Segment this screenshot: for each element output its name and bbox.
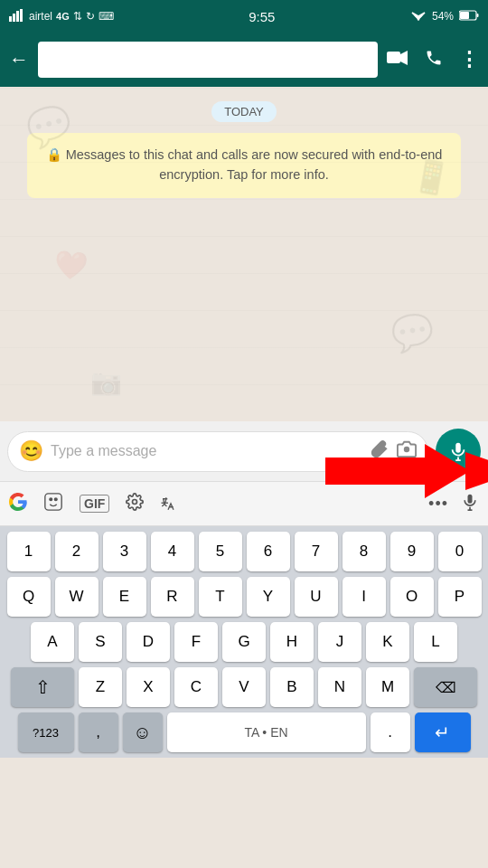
key-1[interactable]: 1: [7, 532, 51, 571]
key-u[interactable]: U: [295, 577, 338, 617]
signal-icon: [9, 9, 25, 24]
key-s[interactable]: S: [79, 622, 122, 662]
qwerty-row: Q W E R T Y U I O P: [4, 577, 484, 617]
key-b[interactable]: B: [270, 667, 314, 707]
mic-button[interactable]: [436, 429, 481, 474]
key-g[interactable]: G: [222, 622, 266, 662]
key-x[interactable]: X: [127, 667, 170, 707]
key-3[interactable]: 3: [103, 532, 146, 571]
key-n[interactable]: N: [318, 667, 361, 707]
number-row: 1 2 3 4 5 6 7 8 9 0: [4, 532, 484, 571]
4g-label: 4G: [56, 11, 70, 22]
settings-button[interactable]: [126, 493, 144, 515]
svg-rect-7: [460, 12, 469, 19]
emoji-keyboard-key[interactable]: ☺: [123, 712, 163, 752]
key-t[interactable]: T: [199, 577, 242, 617]
key-r[interactable]: R: [151, 577, 194, 617]
translate-button[interactable]: [160, 495, 176, 512]
data-icon: ⇅: [73, 10, 82, 23]
spacebar[interactable]: TA • EN: [167, 712, 366, 752]
key-v[interactable]: V: [222, 667, 266, 707]
key-2[interactable]: 2: [55, 532, 99, 571]
encryption-text: 🔒 Messages to this chat and calls are no…: [46, 147, 443, 182]
key-5[interactable]: 5: [199, 532, 242, 571]
zxcv-row: ⇧ Z X C V B N M ⌫: [4, 667, 484, 707]
svg-rect-3: [20, 9, 23, 22]
video-call-button[interactable]: [387, 50, 408, 71]
asdf-row: A S D F G H J K L: [4, 622, 484, 662]
key-h[interactable]: H: [270, 622, 314, 662]
keyboard-icon: ⌨: [99, 10, 114, 23]
key-o[interactable]: O: [390, 577, 434, 617]
key-w[interactable]: W: [55, 577, 99, 617]
bottom-row: ?123 , ☺ TA • EN . ↵: [4, 712, 484, 752]
key-j[interactable]: J: [318, 622, 361, 662]
key-8[interactable]: 8: [343, 532, 386, 571]
camera-button[interactable]: [397, 439, 417, 464]
back-button[interactable]: ←: [9, 48, 29, 71]
comma-key[interactable]: ,: [79, 712, 118, 752]
key-p[interactable]: P: [438, 577, 482, 617]
key-l[interactable]: L: [414, 622, 457, 662]
svg-point-13: [404, 446, 409, 451]
more-options-toolbar[interactable]: •••: [428, 495, 448, 514]
encryption-notice[interactable]: 🔒 Messages to this chat and calls are no…: [27, 133, 461, 198]
svg-point-4: [418, 18, 419, 20]
key-m[interactable]: M: [366, 667, 409, 707]
key-6[interactable]: 6: [247, 532, 290, 571]
shift-key[interactable]: ⇧: [11, 667, 74, 707]
toolbar-left: GIF: [9, 492, 176, 516]
emoji-button[interactable]: 😊: [19, 439, 43, 463]
svg-rect-22: [468, 495, 473, 504]
message-input-area: 😊: [0, 421, 488, 481]
key-9[interactable]: 9: [390, 532, 434, 571]
key-q[interactable]: Q: [7, 577, 51, 617]
key-i[interactable]: I: [343, 577, 386, 617]
message-input-wrapper: 😊: [7, 431, 428, 472]
key-4[interactable]: 4: [151, 532, 194, 571]
key-f[interactable]: F: [174, 622, 218, 662]
chat-header: ← ⋮: [0, 33, 488, 87]
keyboard-mic-button[interactable]: [461, 492, 479, 515]
period-key[interactable]: .: [371, 712, 410, 752]
status-right: 54%: [410, 9, 479, 24]
svg-rect-14: [455, 443, 461, 453]
attach-button[interactable]: [370, 439, 389, 464]
key-d[interactable]: D: [127, 622, 170, 662]
carrier-label: airtel: [29, 10, 52, 23]
google-button[interactable]: [9, 493, 27, 515]
today-badge: TODAY: [211, 101, 277, 122]
status-left: airtel 4G ⇅ ↻ ⌨: [9, 9, 114, 24]
status-time: 9:55: [249, 9, 275, 24]
svg-marker-9: [400, 51, 408, 65]
key-y[interactable]: Y: [247, 577, 290, 617]
key-a[interactable]: A: [31, 622, 74, 662]
gif-button[interactable]: GIF: [80, 495, 109, 513]
svg-rect-0: [9, 16, 12, 22]
key-k[interactable]: K: [366, 622, 409, 662]
chat-area: 💬 📱 ❤️ 💬 📷 TODAY 🔒 Messages to this chat…: [0, 87, 488, 421]
svg-point-18: [50, 497, 52, 500]
key-7[interactable]: 7: [295, 532, 338, 571]
message-input[interactable]: [51, 443, 362, 459]
sync-icon: ↻: [86, 10, 95, 23]
enter-key[interactable]: ↵: [415, 712, 471, 752]
svg-rect-1: [13, 14, 15, 22]
key-e[interactable]: E: [103, 577, 146, 617]
header-icons: ⋮: [387, 48, 479, 71]
key-c[interactable]: C: [174, 667, 218, 707]
svg-rect-8: [387, 52, 400, 63]
key-0[interactable]: 0: [438, 532, 482, 571]
battery-icon: [459, 10, 479, 24]
sticker-button[interactable]: [43, 492, 63, 516]
contact-info[interactable]: [38, 42, 378, 78]
key-z[interactable]: Z: [79, 667, 122, 707]
call-button[interactable]: [425, 49, 443, 71]
wifi-icon: [410, 9, 427, 24]
backspace-key[interactable]: ⌫: [414, 667, 477, 707]
more-options-button[interactable]: ⋮: [459, 48, 479, 71]
svg-rect-17: [45, 493, 61, 509]
num-switch-key[interactable]: ?123: [18, 712, 74, 752]
keyboard-toolbar: GIF •••: [0, 481, 488, 526]
svg-rect-6: [477, 14, 479, 17]
